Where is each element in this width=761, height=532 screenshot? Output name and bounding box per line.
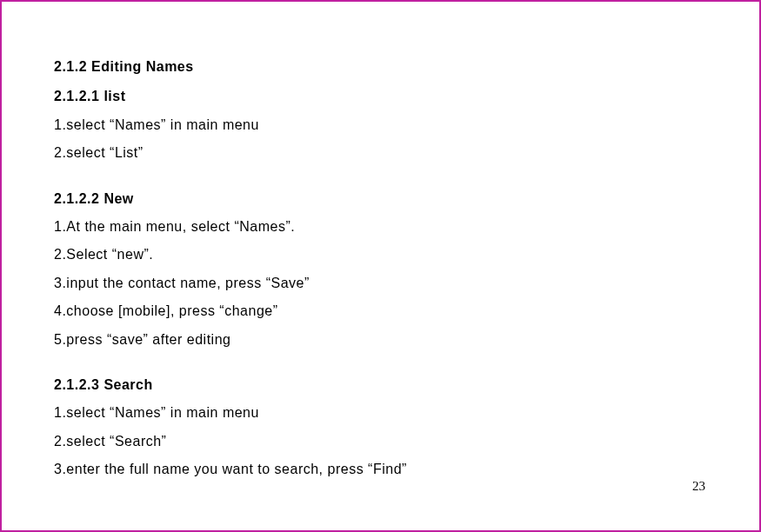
new-step-1: 1.At the main menu, select “Names”. [54,214,707,240]
new-step-5: 5.press “save” after editing [54,327,707,353]
list-step-2: 2.select “List” [54,140,707,166]
list-step-1: 1.select “Names” in main menu [54,112,707,138]
new-step-2: 2.Select “new”. [54,242,707,268]
search-step-1: 1.select “Names” in main menu [54,400,707,426]
heading-editing-names: 2.1.2 Editing Names [54,54,707,80]
page-frame: 2.1.2 Editing Names 2.1.2.1 list 1.selec… [0,0,761,532]
heading-new: 2.1.2.2 New [54,186,707,212]
search-step-2: 2.select “Search” [54,429,707,455]
page-number: 23 [692,479,705,494]
document-content: 2.1.2 Editing Names 2.1.2.1 list 1.selec… [54,54,707,482]
heading-list: 2.1.2.1 list [54,83,707,110]
search-step-3: 3.enter the full name you want to search… [54,456,707,482]
new-step-4: 4.choose [mobile], press “change” [54,298,707,324]
section-gap [54,169,707,186]
section-gap [54,355,707,372]
heading-search: 2.1.2.3 Search [54,372,707,398]
new-step-3: 3.input the contact name, press “Save” [54,270,707,296]
